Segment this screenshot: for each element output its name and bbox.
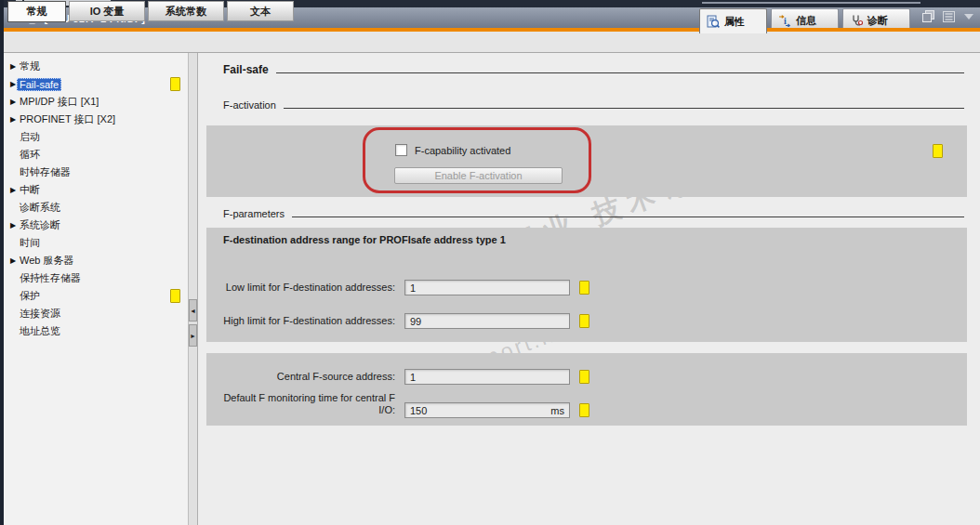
low-limit-row: Low limit for F-destination addresses: 1 — [223, 280, 589, 295]
sidebar-item-label: 常规 — [17, 59, 43, 74]
section-header-f-activation: F-activation — [223, 98, 964, 111]
sidebar-item-startup[interactable]: 启动 — [4, 128, 188, 146]
f-capability-row: F-capability activated — [395, 144, 510, 156]
tab-texts[interactable]: 文本 — [227, 1, 294, 21]
sidebar-item-interrupts[interactable]: ▶中断 — [4, 181, 188, 199]
enable-f-activation-button[interactable]: Enable F-activation — [394, 167, 563, 184]
change-indicator[interactable] — [579, 370, 589, 384]
sidebar-item-clock-memory[interactable]: 时钟存储器 — [4, 164, 188, 181]
sidebar-item-label: MPI/DP 接口 [X1] — [17, 94, 101, 110]
sidebar-item-label: Web 服务器 — [17, 253, 76, 269]
float-panel-icon[interactable] — [922, 10, 934, 22]
monitoring-time-label: Default F monitoring time for central F … — [223, 392, 395, 418]
tab-io-tags-label: IO 变量 — [90, 5, 125, 19]
tab-system-constants[interactable]: 系统常数 — [148, 1, 224, 21]
sidebar-item-label: 连接资源 — [17, 306, 63, 322]
tab-info-label: 信息 — [796, 14, 816, 28]
sidebar-item-diagnostics-system[interactable]: 诊断系统 — [4, 199, 188, 217]
tab-texts-label: 文本 — [250, 5, 271, 19]
expand-right-button[interactable]: ► — [189, 324, 197, 347]
low-limit-input[interactable]: 1 — [404, 280, 570, 295]
f-capability-checkbox[interactable] — [395, 144, 407, 156]
monitoring-time-row: Default F monitoring time for central F … — [223, 392, 589, 418]
sidebar-item-address-overview[interactable]: 地址总览 — [4, 322, 188, 340]
monitoring-time-unit: ms — [550, 405, 564, 416]
high-limit-value: 99 — [410, 316, 421, 327]
sidebar-item-label: 中断 — [17, 182, 43, 198]
low-limit-label: Low limit for F-destination addresses: — [223, 282, 395, 295]
collapse-left-button[interactable]: ◄ — [189, 299, 197, 322]
change-indicator[interactable] — [170, 77, 180, 91]
sidebar-item-general[interactable]: ▶常规 — [4, 58, 188, 75]
sidebar-item-label: Fail-safe — [17, 78, 61, 91]
sidebar-item-label: 地址总览 — [17, 323, 63, 339]
failsafe-settings-pane: 西门子工业 技术论坛 support.industry.siemens.com/… — [198, 53, 980, 525]
sidebar-item-connection-resources[interactable]: 连接资源 — [4, 305, 188, 322]
sidebar-item-label: PROFINET 接口 [X2] — [17, 112, 118, 127]
sidebar-item-fail-safe[interactable]: ▶Fail-safe — [4, 75, 188, 93]
properties-icon — [707, 15, 720, 28]
property-nav-tree: ▶常规▶Fail-safe▶MPI/DP 接口 [X1]▶PROFINET 接口… — [4, 53, 189, 525]
central-f-source-value: 1 — [410, 372, 416, 383]
expand-arrow-icon[interactable]: ▶ — [4, 256, 17, 265]
sidebar-item-label: 诊断系统 — [17, 200, 63, 216]
sidebar-item-retentive-memory[interactable]: 保持性存储器 — [4, 269, 188, 287]
window-controls — [922, 10, 974, 22]
central-f-source-label: Central F-source address: — [223, 371, 395, 385]
tab-properties[interactable]: 属性 — [699, 8, 767, 33]
tab-general[interactable]: 常规 — [7, 1, 66, 22]
sidebar-item-mpi-dp-interface-x1[interactable]: ▶MPI/DP 接口 [X1] — [4, 93, 188, 111]
f-activation-heading: F-activation — [223, 99, 276, 111]
top-edge-fragment — [702, 2, 920, 4]
central-f-source-input[interactable]: 1 — [404, 369, 570, 385]
expand-arrow-icon[interactable]: ▶ — [4, 115, 17, 124]
expand-arrow-icon[interactable]: ▶ — [4, 186, 17, 194]
sidebar-item-label: 保持性存储器 — [17, 270, 84, 286]
property-tabbar — [4, 32, 980, 53]
sidebar-item-label: 时钟存储器 — [17, 164, 73, 180]
central-f-parameters-band: Central F-source address: 1 Default F mo… — [206, 353, 967, 426]
change-indicator[interactable] — [579, 314, 589, 328]
pane-splitter[interactable]: ◄ ► — [189, 53, 198, 525]
expand-arrow-icon[interactable]: ▶ — [4, 221, 17, 230]
sidebar-item-cycle[interactable]: 循环 — [4, 146, 188, 164]
tab-properties-label: 属性 — [724, 15, 745, 29]
monitoring-time-value: 150 — [410, 405, 427, 416]
change-indicator[interactable] — [579, 281, 589, 295]
high-limit-input[interactable]: 99 — [404, 313, 570, 329]
section-header-f-parameters: F-parameters — [223, 206, 964, 219]
f-parameters-heading: F-parameters — [223, 208, 285, 219]
sidebar-item-label: 保护 — [17, 288, 43, 304]
f-destination-range-title: F-destination address range for PROFIsaf… — [223, 234, 506, 245]
tab-diagnostics-label: 诊断 — [867, 14, 888, 28]
change-indicator[interactable] — [933, 144, 943, 158]
info-icon: i — [778, 14, 791, 27]
monitoring-time-input[interactable]: 150ms — [404, 402, 570, 418]
high-limit-label: High limit for F-destination addresses: — [223, 315, 395, 329]
sidebar-item-label: 系统诊断 — [17, 217, 63, 233]
section-header-failsafe: Fail-safe — [223, 62, 964, 76]
tab-system-constants-label: 系统常数 — [166, 5, 206, 19]
f-destination-range-band: F-destination address range for PROFIsaf… — [206, 228, 967, 342]
sidebar-item-label: 启动 — [17, 129, 43, 145]
sidebar-item-web-server[interactable]: ▶Web 服务器 — [4, 252, 188, 269]
low-limit-value: 1 — [410, 282, 416, 294]
menu-list-icon[interactable] — [943, 11, 955, 22]
sidebar-item-system-diagnostics[interactable]: ▶系统诊断 — [4, 217, 188, 234]
sidebar-item-time-of-day[interactable]: 时间 — [4, 234, 188, 252]
change-indicator[interactable] — [579, 403, 589, 417]
sidebar-item-label: 时间 — [17, 235, 43, 251]
expand-arrow-icon[interactable]: ▶ — [4, 80, 17, 88]
change-indicator[interactable] — [170, 289, 180, 303]
sidebar-item-protection[interactable]: 保护 — [4, 287, 188, 305]
tab-io-tags[interactable]: IO 变量 — [69, 1, 145, 21]
accent-divider — [4, 28, 980, 32]
expand-arrow-icon[interactable]: ▶ — [4, 98, 17, 106]
window-left-edge — [0, 0, 4, 525]
chevron-down-icon[interactable] — [963, 13, 974, 20]
high-limit-row: High limit for F-destination addresses: … — [223, 313, 589, 329]
svg-text:i: i — [784, 16, 787, 26]
f-capability-label: F-capability activated — [415, 145, 510, 156]
sidebar-item-profinet-interface-x2[interactable]: ▶PROFINET 接口 [X2] — [4, 111, 188, 128]
expand-arrow-icon[interactable]: ▶ — [4, 62, 17, 71]
